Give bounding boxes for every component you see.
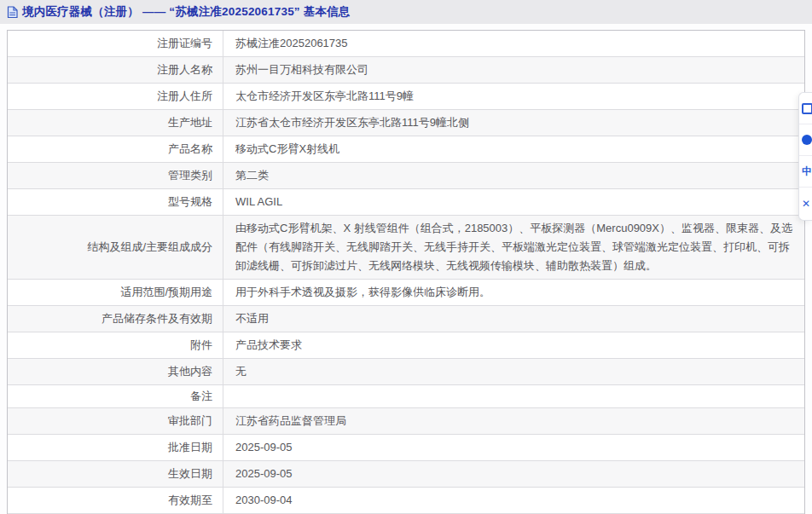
row-value: 产品技术要求 [223, 332, 804, 358]
row-value: 移动式C形臂X射线机 [223, 136, 804, 162]
row-label-text: 型号规格 [168, 194, 212, 210]
toolbar-disc-icon[interactable] [799, 124, 812, 156]
table-row: 结构及组成/主要组成成分 由移动式C形臂机架、X 射线管组件（组合式，21850… [8, 216, 804, 280]
row-value: 2030-09-04 [223, 488, 804, 513]
row-label-text: 批准日期 [168, 440, 212, 455]
row-value: 太仓市经济开发区东亭北路111号9幢 [223, 84, 804, 109]
table-row: 型号规格 WIL AGIL [8, 189, 804, 216]
row-value: 用于外科手术透视及摄影，获得影像供临床诊断用。 [223, 280, 804, 305]
row-label: 适用范围/预期用途 [8, 280, 223, 305]
toolbar-translate-icon: 中 [802, 165, 812, 179]
row-value: 苏州一目万相科技有限公司 [223, 57, 804, 83]
table-row: 生效日期 2025-09-05 [8, 461, 804, 488]
row-value: 2025-09-05 [223, 461, 804, 487]
table-row: 产品储存条件及有效期 不适用 [8, 306, 804, 332]
row-label-text: 备注 [190, 389, 212, 404]
row-label: 产品名称 [8, 136, 223, 162]
row-label-text: 其他内容 [168, 364, 212, 379]
toolbar-window-icon [802, 103, 812, 114]
row-label: 附件 [8, 332, 223, 358]
row-label-text: 结构及组成/主要组成成分 [87, 240, 212, 255]
row-label-text: 注册证编号 [157, 36, 212, 51]
row-label-text: 附件 [190, 338, 212, 353]
row-label-text: 有效期至 [168, 493, 212, 508]
row-value: 江苏省太仓市经济开发区东亭北路111号9幢北侧 [223, 110, 804, 136]
row-label-text: 生产地址 [168, 115, 212, 130]
table-row: 适用范围/预期用途 用于外科手术透视及摄影，获得影像供临床诊断用。 [8, 280, 804, 306]
row-value [223, 385, 804, 407]
row-value: 不适用 [223, 306, 804, 332]
row-value: 由移动式C形臂机架、X 射线管组件（组合式，2185003）、平板探测器（Mer… [223, 216, 804, 279]
table-row: 注册人名称 苏州一目万相科技有限公司 [8, 57, 804, 84]
row-label: 管理类别 [8, 163, 223, 188]
row-label: 结构及组成/主要组成成分 [8, 216, 223, 279]
row-value: 无 [223, 359, 804, 384]
row-label: 注册人名称 [8, 57, 223, 83]
row-label: 批准日期 [8, 435, 223, 460]
row-label-text: 注册人名称 [157, 62, 212, 78]
row-label: 注册人住所 [8, 84, 223, 109]
row-label: 产品储存条件及有效期 [8, 306, 223, 332]
row-label-text: 产品名称 [168, 141, 212, 157]
toolbar-window-icon[interactable] [799, 93, 812, 124]
floating-toolbar: 中✕ [798, 92, 812, 221]
row-label-text: 注册人住所 [157, 89, 212, 104]
row-value: 2025-09-05 [223, 435, 804, 460]
table-row: 其他内容 无 [8, 359, 804, 385]
row-label: 生效日期 [8, 461, 223, 487]
row-label-text: 适用范围/预期用途 [120, 285, 212, 300]
toolbar-disc-icon [802, 135, 812, 145]
table-row: 注册人住所 太仓市经济开发区东亭北路111号9幢 [8, 84, 804, 110]
row-label-text: 生效日期 [168, 466, 212, 482]
row-label: 备注 [8, 385, 223, 407]
table-row: 生产地址 江苏省太仓市经济开发区东亭北路111号9幢北侧 [8, 110, 804, 136]
row-label: 生产地址 [8, 110, 223, 136]
row-value: 苏械注准20252061735 [223, 31, 804, 56]
toolbar-translate-icon[interactable]: 中 [799, 156, 812, 188]
row-label: 有效期至 [8, 488, 223, 513]
table-row: 批准日期 2025-09-05 [8, 435, 804, 461]
row-value: WIL AGIL [223, 189, 804, 215]
row-label: 审批部门 [8, 408, 223, 434]
row-value: 第二类 [223, 163, 804, 188]
table-row: 注册证编号 苏械注准20252061735 [8, 31, 804, 57]
row-label-text: 产品储存条件及有效期 [102, 311, 212, 326]
row-value: 江苏省药品监督管理局 [223, 408, 804, 434]
table-row: 备注 [8, 385, 804, 408]
page-header: 境内医疗器械（注册） —— “苏械注准20252061735” 基本信息 [0, 0, 812, 24]
table-row: 审批部门 江苏省药品监督管理局 [8, 408, 804, 435]
table-row: 管理类别 第二类 [8, 163, 804, 189]
toolbar-close-icon[interactable]: ✕ [799, 188, 812, 219]
table-row: 附件 产品技术要求 [8, 332, 804, 359]
toolbar-close-icon: ✕ [802, 198, 810, 210]
registration-info-table: 注册证编号 苏械注准20252061735 注册人名称 苏州一目万相科技有限公司… [7, 30, 805, 514]
page-title: 境内医疗器械（注册） —— “苏械注准20252061735” 基本信息 [22, 4, 351, 20]
document-icon [7, 6, 18, 19]
row-label: 其他内容 [8, 359, 223, 384]
table-row: 有效期至 2030-09-04 [8, 488, 804, 514]
row-label: 注册证编号 [8, 31, 223, 56]
row-label-text: 管理类别 [168, 168, 212, 183]
table-row: 产品名称 移动式C形臂X射线机 [8, 136, 804, 163]
row-label-text: 审批部门 [168, 413, 212, 429]
row-label: 型号规格 [8, 189, 223, 215]
